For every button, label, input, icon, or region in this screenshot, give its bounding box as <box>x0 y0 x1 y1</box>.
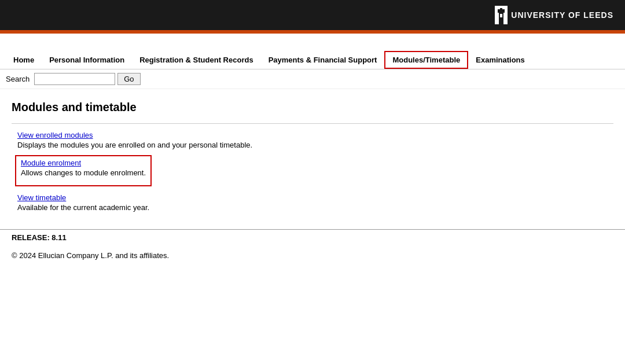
nav-item-examinations[interactable]: Examinations <box>468 52 532 68</box>
page-title: Modules and timetable <box>12 101 613 114</box>
svg-rect-5 <box>500 14 502 17</box>
section-view-timetable: View timetable Available for the current… <box>12 193 613 212</box>
nav-item-payments[interactable]: Payments & Financial Support <box>261 52 385 68</box>
nav-item-modules[interactable]: Modules/Timetable <box>384 51 468 69</box>
content-section: View enrolled modules Displays the modul… <box>12 123 613 212</box>
section-module-enrolment: Module enrolment Allows changes to modul… <box>12 155 613 189</box>
main-content: Modules and timetable View enrolled modu… <box>0 89 625 223</box>
orange-bar <box>0 30 625 34</box>
svg-rect-2 <box>498 9 500 13</box>
search-label: Search <box>6 75 30 83</box>
nav-item-registration[interactable]: Registration & Student Records <box>132 52 260 68</box>
header: UNIVERSITY OF LEEDS <box>0 0 625 30</box>
go-button[interactable]: Go <box>117 73 140 85</box>
nav-container: Home Personal Information Registration &… <box>0 51 625 69</box>
desc-view-timetable: Available for the current academic year. <box>12 203 613 212</box>
svg-rect-1 <box>499 12 503 24</box>
link-view-timetable[interactable]: View timetable <box>12 193 613 202</box>
university-name-text: UNIVERSITY OF LEEDS <box>511 10 613 20</box>
link-view-enrolled-modules[interactable]: View enrolled modules <box>12 131 613 139</box>
highlighted-module-enrolment: Module enrolment Allows changes to modul… <box>15 155 152 186</box>
svg-rect-3 <box>502 9 505 13</box>
search-input[interactable] <box>34 73 115 85</box>
footer-release: RELEASE: 8.11 <box>0 229 625 245</box>
desc-module-enrolment: Allows changes to module enrolment. <box>21 168 146 177</box>
svg-rect-4 <box>500 8 502 13</box>
footer-copyright: © 2024 Ellucian Company L.P. and its aff… <box>0 245 625 266</box>
section-view-enrolled: View enrolled modules Displays the modul… <box>12 131 613 149</box>
nav-item-personal-info[interactable]: Personal Information <box>42 52 132 68</box>
search-bar: Search Go <box>0 69 625 89</box>
desc-view-enrolled-modules: Displays the modules you are enrolled on… <box>12 141 613 149</box>
main-nav: Home Personal Information Registration &… <box>6 51 619 69</box>
link-module-enrolment[interactable]: Module enrolment <box>21 159 146 167</box>
university-logo: UNIVERSITY OF LEEDS <box>495 6 613 24</box>
nav-item-home[interactable]: Home <box>6 52 42 68</box>
university-tower-icon <box>495 6 508 24</box>
